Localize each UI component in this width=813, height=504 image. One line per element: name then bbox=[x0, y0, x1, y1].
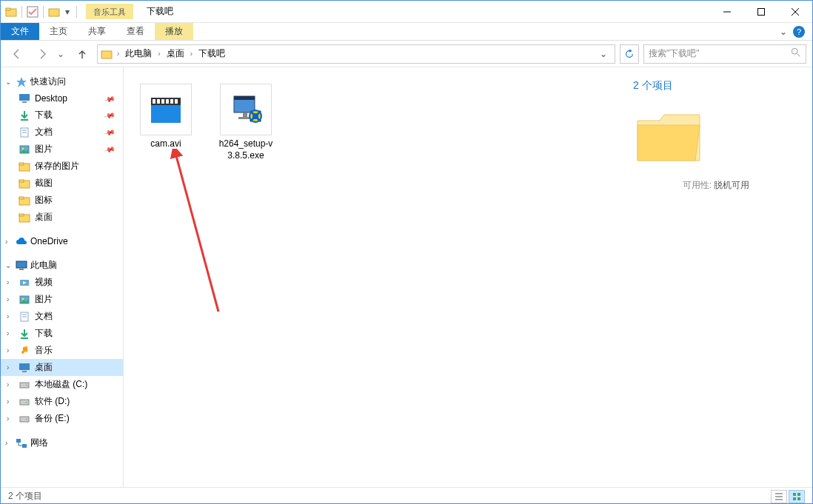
view-icons-button[interactable] bbox=[789, 490, 805, 503]
nav-item-label: 视频 bbox=[35, 276, 53, 289]
nav-item-文档[interactable]: ›文档 bbox=[1, 308, 123, 325]
svg-rect-38 bbox=[19, 363, 30, 370]
nav-item-图标[interactable]: 图标 bbox=[1, 192, 123, 209]
tab-play[interactable]: 播放 bbox=[155, 23, 193, 40]
status-count: 2 个项目 bbox=[8, 490, 42, 503]
svg-rect-70 bbox=[793, 497, 796, 500]
nav-item-文档[interactable]: 文档📌 bbox=[1, 124, 123, 141]
up-button[interactable] bbox=[72, 44, 93, 64]
svg-rect-28 bbox=[16, 261, 27, 268]
addressbar: ⌄ › 此电脑 › 桌面 › 下载吧 ⌄ 搜索"下载吧" bbox=[1, 41, 812, 67]
nav-item-label: 下载 bbox=[35, 327, 53, 340]
chevron-right-icon: › bbox=[7, 346, 14, 355]
file-item-exe[interactable]: h264_setup-v3.8.5.exe bbox=[213, 81, 279, 164]
tab-home[interactable]: 主页 bbox=[39, 23, 78, 40]
pin-icon: 📌 bbox=[104, 144, 116, 155]
nav-item-视频[interactable]: ›视频 bbox=[1, 274, 123, 291]
arrow-annotation bbox=[168, 149, 227, 319]
nav-item-备份 (E:)[interactable]: ›备份 (E:) bbox=[1, 410, 123, 427]
maximize-button[interactable] bbox=[744, 1, 778, 23]
details-title: 2 个项目 bbox=[633, 79, 799, 93]
ribbon-expand-icon[interactable]: ⌄ bbox=[780, 27, 787, 37]
search-input[interactable]: 搜索"下载吧" bbox=[643, 44, 806, 64]
tab-file[interactable]: 文件 bbox=[1, 23, 39, 40]
view-details-button[interactable] bbox=[771, 490, 787, 503]
address-dropdown-icon[interactable]: ⌄ bbox=[595, 49, 612, 59]
svg-rect-54 bbox=[175, 99, 178, 104]
nav-item-截图[interactable]: 截图 bbox=[1, 175, 123, 192]
chevron-right-icon: › bbox=[5, 238, 13, 246]
check-icon[interactable] bbox=[27, 6, 39, 18]
svg-rect-69 bbox=[797, 493, 800, 496]
nav-item-桌面[interactable]: 桌面 bbox=[1, 209, 123, 226]
svg-line-10 bbox=[797, 54, 800, 57]
cloud-icon bbox=[16, 235, 27, 247]
nav-item-下载[interactable]: ›下载 bbox=[1, 325, 123, 342]
qat-dropdown-icon[interactable]: ▾ bbox=[63, 4, 72, 20]
refresh-button[interactable] bbox=[620, 44, 639, 64]
ribbon-tabs: 文件 主页 共享 查看 播放 ⌄ ? bbox=[1, 23, 812, 41]
tab-share[interactable]: 共享 bbox=[78, 23, 116, 40]
breadcrumb[interactable]: › 此电脑 › 桌面 › 下载吧 ⌄ bbox=[97, 44, 615, 64]
chevron-right-icon: › bbox=[7, 295, 14, 303]
details-availability: 可用性: 脱机可用 bbox=[633, 179, 799, 192]
nav-item-图片[interactable]: 图片📌 bbox=[1, 141, 123, 158]
nav-label: 快速访问 bbox=[30, 75, 66, 88]
contextual-tab-label: 音乐工具 bbox=[86, 4, 133, 19]
back-button[interactable] bbox=[7, 44, 27, 64]
forward-button[interactable] bbox=[32, 44, 53, 64]
monitor-icon bbox=[16, 260, 27, 272]
svg-rect-5 bbox=[758, 8, 765, 15]
search-placeholder: 搜索"下载吧" bbox=[649, 47, 700, 60]
nav-item-桌面[interactable]: ›桌面 bbox=[1, 359, 123, 376]
svg-rect-40 bbox=[20, 383, 29, 388]
chevron-right-icon[interactable]: › bbox=[156, 50, 161, 58]
file-grid[interactable]: cam.avi h264_setup-v3.8.5.exe bbox=[124, 67, 620, 487]
video-thumb-icon bbox=[140, 84, 192, 135]
nav-item-软件 (D:)[interactable]: ›软件 (D:) bbox=[1, 393, 123, 410]
chevron-right-icon[interactable]: › bbox=[189, 50, 194, 58]
svg-rect-42 bbox=[20, 400, 29, 405]
svg-rect-1 bbox=[6, 8, 10, 10]
nav-item-下载[interactable]: 下载📌 bbox=[1, 107, 123, 124]
history-dropdown-icon[interactable]: ⌄ bbox=[57, 49, 67, 59]
folder-small-icon[interactable] bbox=[48, 6, 60, 18]
nav-network[interactable]: › 网络 bbox=[1, 434, 123, 451]
nav-item-Desktop[interactable]: Desktop📌 bbox=[1, 90, 123, 107]
nav-item-保存的图片[interactable]: 保存的图片 bbox=[1, 158, 123, 175]
svg-rect-12 bbox=[19, 94, 30, 101]
svg-rect-50 bbox=[157, 99, 160, 104]
close-button[interactable] bbox=[778, 1, 812, 23]
nav-label: 此电脑 bbox=[30, 259, 57, 272]
documents-icon bbox=[19, 127, 30, 138]
nav-item-图片[interactable]: ›图片 bbox=[1, 291, 123, 308]
nav-item-label: 软件 (D:) bbox=[35, 395, 70, 408]
nav-item-本地磁盘 (C:)[interactable]: ›本地磁盘 (C:) bbox=[1, 376, 123, 393]
svg-rect-29 bbox=[19, 269, 24, 270]
minimize-button[interactable] bbox=[710, 1, 744, 23]
nav-item-label: 文档 bbox=[35, 126, 53, 138]
nav-item-label: 音乐 bbox=[35, 344, 53, 357]
svg-rect-57 bbox=[234, 96, 255, 100]
chevron-down-icon: ⌄ bbox=[5, 261, 13, 269]
chevron-right-icon: › bbox=[7, 312, 14, 320]
chevron-right-icon[interactable]: › bbox=[116, 50, 121, 58]
nav-this-pc[interactable]: ⌄ 此电脑 bbox=[1, 257, 123, 274]
breadcrumb-item[interactable]: 下载吧 bbox=[195, 46, 228, 61]
nav-quick-access[interactable]: ⌄ 快速访问 bbox=[1, 73, 123, 90]
svg-rect-21 bbox=[19, 163, 24, 165]
quick-access-toolbar: ▾ 音乐工具 bbox=[1, 4, 133, 20]
file-item-video[interactable]: cam.avi bbox=[133, 81, 199, 153]
disk-icon bbox=[19, 413, 30, 425]
breadcrumb-item[interactable]: 此电脑 bbox=[122, 46, 155, 61]
nav-onedrive[interactable]: › OneDrive bbox=[1, 233, 123, 249]
svg-marker-61 bbox=[252, 113, 258, 119]
installer-thumb-icon bbox=[220, 84, 272, 135]
breadcrumb-item[interactable]: 桌面 bbox=[164, 46, 187, 61]
nav-item-label: Desktop bbox=[35, 93, 67, 104]
help-icon[interactable]: ? bbox=[793, 26, 805, 38]
nav-item-音乐[interactable]: ›音乐 bbox=[1, 342, 123, 359]
chevron-right-icon: › bbox=[7, 329, 14, 337]
chevron-right-icon: › bbox=[7, 414, 14, 423]
tab-view[interactable]: 查看 bbox=[116, 23, 155, 40]
